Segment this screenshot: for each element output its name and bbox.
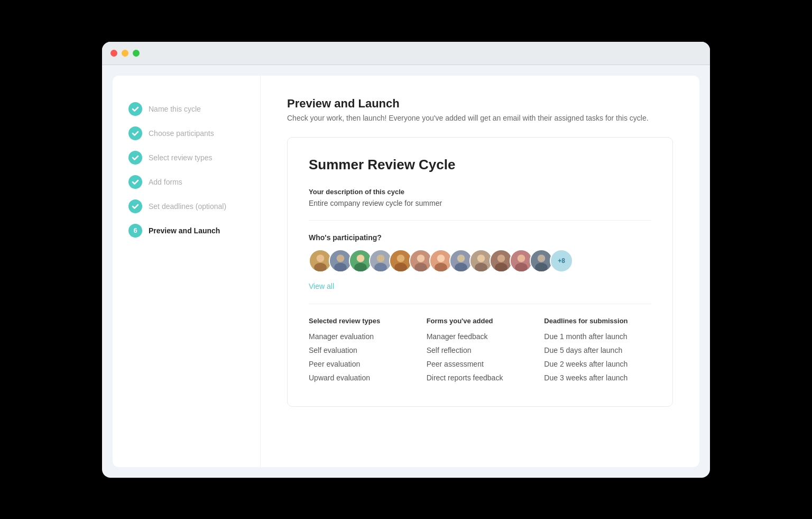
traffic-light-red[interactable] (110, 50, 117, 57)
svg-point-16 (417, 254, 425, 262)
sidebar-label-5: Set deadlines (optional) (149, 202, 226, 211)
main-content: Preview and Launch Check your work, then… (261, 76, 699, 467)
browser-content: Name this cycle Choose participants Sele… (113, 76, 699, 467)
sidebar-label-2: Choose participants (149, 129, 214, 138)
forms-col: Forms you've added Manager feedback Self… (427, 317, 534, 387)
sidebar-label-4: Add forms (149, 178, 182, 186)
review-grid: Selected review types Manager evaluation… (309, 317, 651, 387)
svg-point-35 (535, 262, 548, 272)
preview-card: Summer Review Cycle Your description of … (287, 137, 673, 407)
description-section: Your description of this cycle Entire co… (309, 188, 651, 207)
svg-point-8 (354, 262, 367, 272)
avatars-row: +8 (309, 249, 651, 272)
svg-point-11 (374, 262, 387, 272)
review-types-col: Selected review types Manager evaluation… (309, 317, 416, 387)
description-value: Entire company review cycle for summer (309, 199, 651, 207)
sidebar: Name this cycle Choose participants Sele… (113, 76, 261, 467)
traffic-light-yellow[interactable] (122, 50, 128, 57)
sidebar-item-add-forms[interactable]: Add forms (128, 170, 244, 194)
svg-point-5 (334, 262, 347, 272)
svg-point-29 (495, 262, 508, 272)
svg-point-14 (394, 262, 407, 272)
deadlines-header: Deadlines for submission (544, 317, 651, 325)
review-type-3: Peer evaluation (309, 360, 416, 368)
view-all-link[interactable]: View all (309, 282, 334, 290)
form-4: Direct reports feedback (427, 374, 534, 382)
step-icon-6: 6 (128, 224, 142, 238)
sidebar-label-1: Name this cycle (149, 105, 201, 113)
step-icon-4 (128, 175, 142, 189)
divider-2 (309, 304, 651, 304)
review-type-4: Upward evaluation (309, 374, 416, 382)
svg-point-10 (377, 254, 385, 262)
form-3: Peer assessment (427, 360, 534, 368)
review-types-header: Selected review types (309, 317, 416, 325)
svg-point-1 (317, 254, 325, 262)
svg-point-19 (437, 254, 445, 262)
sidebar-item-preview-launch[interactable]: 6 Preview and Launch (128, 218, 244, 243)
page-subtitle: Check your work, then launch! Everyone y… (287, 114, 673, 122)
cycle-name: Summer Review Cycle (309, 157, 651, 173)
svg-point-4 (337, 254, 345, 262)
sidebar-label-6: Preview and Launch (149, 226, 220, 235)
svg-point-26 (475, 262, 487, 272)
step-icon-2 (128, 126, 142, 140)
sidebar-item-name-cycle[interactable]: Name this cycle (128, 97, 244, 121)
sidebar-item-review-types[interactable]: Select review types (128, 145, 244, 170)
svg-point-22 (457, 254, 465, 262)
sidebar-item-deadlines[interactable]: Set deadlines (optional) (128, 194, 244, 218)
sidebar-label-3: Select review types (149, 153, 213, 162)
deadline-2: Due 5 days after launch (544, 346, 651, 354)
traffic-light-green[interactable] (133, 50, 140, 57)
svg-point-28 (497, 254, 505, 262)
svg-point-17 (414, 262, 427, 272)
deadline-3: Due 2 weeks after launch (544, 360, 651, 368)
svg-point-7 (357, 254, 365, 262)
browser-window: Name this cycle Choose participants Sele… (102, 42, 710, 478)
description-label: Your description of this cycle (309, 188, 651, 196)
page-title: Preview and Launch (287, 97, 673, 111)
step-icon-3 (128, 151, 142, 165)
svg-point-20 (435, 262, 447, 272)
participants-section: Who's participating? (309, 233, 651, 291)
form-1: Manager feedback (427, 332, 534, 341)
review-type-1: Manager evaluation (309, 332, 416, 341)
divider-1 (309, 220, 651, 221)
step-icon-1 (128, 102, 142, 116)
deadlines-col: Deadlines for submission Due 1 month aft… (544, 317, 651, 387)
svg-point-34 (538, 254, 546, 262)
deadline-1: Due 1 month after launch (544, 332, 651, 341)
review-type-2: Self evaluation (309, 346, 416, 354)
participants-label: Who's participating? (309, 233, 651, 242)
sidebar-item-choose-participants[interactable]: Choose participants (128, 121, 244, 145)
svg-point-2 (314, 262, 327, 272)
forms-header: Forms you've added (427, 317, 534, 325)
svg-point-32 (515, 262, 528, 272)
svg-point-13 (397, 254, 405, 262)
avatar-more: +8 (550, 249, 573, 272)
browser-chrome (102, 42, 710, 65)
svg-point-25 (477, 254, 485, 262)
form-2: Self reflection (427, 346, 534, 354)
step-icon-5 (128, 199, 142, 213)
svg-point-31 (518, 254, 525, 262)
deadline-4: Due 3 weeks after launch (544, 374, 651, 382)
svg-point-23 (455, 262, 467, 272)
